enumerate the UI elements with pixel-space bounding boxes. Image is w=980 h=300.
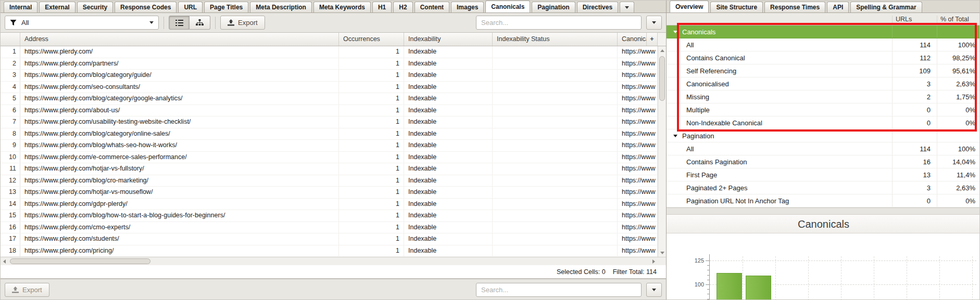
table-row[interactable]: 6https://www.plerdy.com/about-us/1Indexa… (1, 105, 658, 117)
table-row[interactable]: 4https://www.plerdy.com/seo-consultants/… (1, 82, 658, 94)
y-axis-label: 125 (687, 257, 704, 264)
tab-page-titles[interactable]: Page Titles (204, 2, 248, 12)
tab-security[interactable]: Security (77, 2, 113, 12)
overview-item-canonicals-multiple[interactable]: Multiple00% (667, 103, 980, 116)
tab-site-structure[interactable]: Site Structure (710, 2, 763, 12)
cell-indexability: Indexable (404, 128, 493, 140)
add-column-button[interactable]: + (647, 33, 658, 46)
overview-section-pagination[interactable]: Pagination (667, 129, 980, 142)
table-row[interactable]: 18https://www.plerdy.com/pricing/1Indexa… (1, 245, 658, 257)
horizontal-scroll-thumb[interactable] (10, 258, 150, 264)
table-row[interactable]: 1https://www.plerdy.com/1Indexablehttps:… (1, 46, 658, 58)
overview-item-label: Pagination URL Not In Anchor Tag (667, 194, 892, 207)
tab-canonicals[interactable]: Canonicals (485, 1, 530, 12)
overview-item-canonicals-self-referencing[interactable]: Self Referencing10995,61% (667, 64, 980, 77)
tab-api[interactable]: API (827, 2, 849, 12)
bottom-search-options-button[interactable] (646, 283, 662, 297)
filter-total-status: Filter Total: 114 (613, 268, 657, 276)
cell-canonical: https://www (618, 152, 658, 163)
row-number: 17 (1, 233, 20, 245)
tab-internal[interactable]: Internal (4, 2, 37, 12)
overview-item-pagination-all[interactable]: All114100% (667, 142, 980, 155)
cell-indexability: Indexable (404, 140, 493, 151)
cell-canonical: https://www (618, 140, 658, 151)
table-row[interactable]: 15https://www.plerdy.com/blog/how-to-sta… (1, 210, 658, 222)
column-header-rownum[interactable] (1, 33, 20, 46)
vertical-scrollbar[interactable] (658, 46, 666, 257)
filter-dropdown[interactable]: All (5, 16, 159, 30)
table-row[interactable]: 10https://www.plerdy.com/e-commerce-sale… (1, 152, 658, 164)
tab-pagination[interactable]: Pagination (532, 2, 575, 12)
export-button[interactable]: Export (220, 16, 265, 30)
urls-column-header[interactable]: URLs (892, 16, 937, 23)
tab-response-times[interactable]: Response Times (764, 2, 825, 12)
scroll-down-button[interactable] (658, 249, 666, 257)
tree-view-button[interactable] (190, 16, 210, 30)
overview-item-pagination-contains-pagination[interactable]: Contains Pagination1614,04% (667, 155, 980, 168)
more-tabs-button[interactable] (620, 2, 634, 12)
table-row[interactable]: 8https://www.plerdy.com/blog/category/on… (1, 128, 658, 140)
overview-item-canonicals-canonicalised[interactable]: Canonicalised32,63% (667, 77, 980, 90)
overview-item-pagination-pagination-url-not-in-anchor-tag[interactable]: Pagination URL Not In Anchor Tag00% (667, 194, 980, 207)
tab-overview[interactable]: Overview (670, 1, 709, 12)
table-row[interactable]: 16https://www.plerdy.com/cmo-experts/1In… (1, 222, 658, 234)
tab-h2[interactable]: H2 (393, 2, 412, 12)
tab-content[interactable]: Content (414, 2, 449, 12)
y-axis-tick (707, 299, 709, 299)
pct-column-header[interactable]: % of Total (937, 16, 980, 23)
scroll-up-button[interactable] (658, 46, 666, 55)
overview-item-urls: 109 (892, 64, 937, 77)
tab-spelling-grammar[interactable]: Spelling & Grammar (850, 2, 922, 12)
table-row[interactable]: 12https://www.plerdy.com/blog/cro-market… (1, 175, 658, 187)
search-options-button[interactable] (646, 16, 662, 30)
x-gridline (874, 256, 874, 300)
overview-item-pagination-first-page[interactable]: First Page1311,4% (667, 168, 980, 181)
table-row[interactable]: 2https://www.plerdy.com/partners/1Indexa… (1, 58, 658, 70)
overview-item-canonicals-non-indexable-canonical[interactable]: Non-Indexable Canonical00% (667, 116, 980, 129)
tab-images[interactable]: Images (451, 2, 484, 12)
table-row[interactable]: 13https://www.plerdy.com/hotjar-vs-mouse… (1, 187, 658, 199)
horizontal-scrollbar[interactable] (1, 257, 666, 265)
overview-item-pct: 95,61% (937, 64, 980, 77)
overview-item-canonicals-missing[interactable]: Missing21,75% (667, 90, 980, 103)
column-header-indexability[interactable]: Indexability (404, 33, 493, 46)
scroll-down-icon (660, 252, 664, 254)
tab-url[interactable]: URL (178, 2, 203, 12)
selected-cells-status: Selected Cells: 0 (557, 268, 606, 276)
overview-item-pagination-paginated-2-pages[interactable]: Paginated 2+ Pages32,63% (667, 181, 980, 194)
bottom-search-input[interactable] (476, 283, 642, 297)
search-input[interactable] (476, 16, 642, 30)
x-gridline (939, 256, 940, 300)
vertical-scroll-thumb[interactable] (659, 56, 665, 101)
bottom-export-label: Export (22, 286, 42, 294)
cell-indexability-status (493, 245, 618, 257)
scroll-right-button[interactable] (650, 259, 657, 264)
table-row[interactable]: 7https://www.plerdy.com/usability-testin… (1, 116, 658, 128)
tab-meta-keywords[interactable]: Meta Keywords (313, 2, 371, 12)
tab-external[interactable]: External (39, 2, 75, 12)
column-header-address[interactable]: Address (20, 33, 339, 46)
overview-section-label: Canonicals (682, 25, 715, 38)
tab-h1[interactable]: H1 (372, 2, 392, 12)
column-header-canonical[interactable]: Canonical (618, 33, 647, 46)
overview-section-canonicals[interactable]: Canonicals (667, 25, 980, 38)
tab-directives[interactable]: Directives (577, 2, 618, 12)
list-view-button[interactable] (169, 16, 190, 30)
bottom-export-button[interactable]: Export (5, 283, 49, 297)
row-number: 13 (1, 187, 20, 198)
tab-response-codes[interactable]: Response Codes (115, 2, 177, 12)
column-header-indexability-status[interactable]: Indexability Status (493, 33, 618, 46)
table-row[interactable]: 5https://www.plerdy.com/blog/category/go… (1, 93, 658, 105)
cell-indexability: Indexable (404, 46, 493, 58)
table-row[interactable]: 3https://www.plerdy.com/blog/category/gu… (1, 70, 658, 82)
tab-meta-description[interactable]: Meta Description (250, 2, 312, 12)
table-row[interactable]: 11https://www.plerdy.com/hotjar-vs-fulls… (1, 163, 658, 175)
overview-item-canonicals-all[interactable]: All114100% (667, 38, 980, 51)
table-row[interactable]: 9https://www.plerdy.com/blog/whats-seo-h… (1, 140, 658, 152)
overview-item-label: Non-Indexable Canonical (667, 116, 892, 129)
column-header-occurrences[interactable]: Occurrences (339, 33, 404, 46)
table-row[interactable]: 17https://www.plerdy.com/students/1Index… (1, 233, 658, 245)
scroll-left-button[interactable] (1, 259, 7, 264)
overview-item-canonicals-contains-canonical[interactable]: Contains Canonical11298,25% (667, 51, 980, 64)
table-row[interactable]: 14https://www.plerdy.com/gdpr-plerdy/1In… (1, 199, 658, 211)
